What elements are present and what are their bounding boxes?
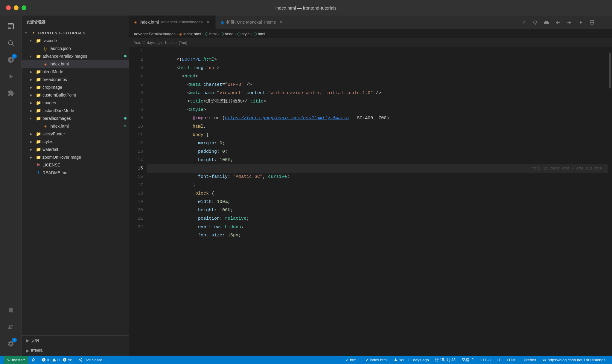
activity-remote[interactable] <box>3 319 19 335</box>
tab-monokai-label: 扩展: One Monokai Theme <box>226 20 276 25</box>
activity-bookmark[interactable] <box>3 302 19 318</box>
status-liveshare[interactable]: Live Share <box>75 356 105 364</box>
bc-head[interactable]: head <box>225 32 234 36</box>
code-line-7: <style> <box>147 97 608 106</box>
activity-source-control[interactable]: 1 <box>3 52 19 68</box>
toolbar-ir[interactable]: ir <box>519 17 529 27</box>
bc-root[interactable]: advanceParallaxImages <box>134 32 176 36</box>
tree-item-license[interactable]: ⚑ LICENSE <box>22 161 129 169</box>
parallax-arrow: ▾ <box>30 117 35 120</box>
toolbar-layout[interactable] <box>587 17 597 27</box>
code-line-22: font-size: 16px; <box>147 223 608 231</box>
tree-item-readme[interactable]: ℹ README.md <box>22 169 129 177</box>
instantdark-arrow: ▶ <box>30 109 35 113</box>
parallax-folder-icon: 📁 <box>35 116 41 121</box>
bc-html[interactable]: html <box>209 32 217 36</box>
tree-item-instantdark[interactable]: ▶ 📁 instantDarkMode <box>22 107 129 114</box>
activity-extensions[interactable] <box>3 85 19 101</box>
styles-label: styles <box>42 139 129 144</box>
toolbar-cloud[interactable] <box>541 17 552 27</box>
bc-html2[interactable]: html <box>258 32 265 36</box>
maximize-button[interactable] <box>22 5 26 10</box>
tree-item-parallax[interactable]: ▾ 📁 parallaxImages <box>22 114 129 122</box>
toolbar-more[interactable]: ··· <box>598 17 608 27</box>
license-icon: ⚑ <box>35 163 41 167</box>
index-file-icon: ◈ <box>42 62 48 66</box>
waterfall-folder-icon: 📁 <box>35 147 41 152</box>
bc-index[interactable]: index.html <box>183 32 201 36</box>
tree-item-breadcrumbs[interactable]: ▶ 📁 breadcrumbs <box>22 76 129 83</box>
tab-index-html[interactable]: ◈ index.html advanceParallaxImages × <box>129 16 216 29</box>
activity-settings[interactable]: 1 <box>3 336 19 351</box>
launch-label: launch.json <box>50 46 129 51</box>
minimize-button[interactable] <box>14 5 19 10</box>
status-git-info[interactable]: You, 11 days ago <box>391 356 432 364</box>
activity-run[interactable] <box>3 69 19 84</box>
status-eol[interactable]: LF <box>494 356 504 364</box>
tab-monokai[interactable]: ◉ 扩展: One Monokai Theme × <box>216 16 289 29</box>
tree-item-sticky[interactable]: ▶ 📁 stickyFooter <box>22 130 129 138</box>
tree-item-launch-json[interactable]: {} launch.json <box>22 45 129 52</box>
tree-item-vscode[interactable]: ▾ 📁 .vscode <box>22 37 129 45</box>
bc-style-icon: ⬡ <box>237 32 240 36</box>
bc-sep5: › <box>251 32 252 36</box>
bc-sep1: › <box>177 32 178 36</box>
window-controls[interactable] <box>6 5 26 10</box>
status-remote-url[interactable]: https://blog.csdn.net/TriDiamonds <box>539 356 608 364</box>
tree-item-cropimage[interactable]: ▶ 📁 cropImage <box>22 83 129 91</box>
tree-item-index-html[interactable]: ◈ index.html <box>22 60 129 68</box>
tab-monokai-close[interactable]: × <box>278 20 284 25</box>
outline-panel[interactable]: ▶ 大纲 <box>22 336 129 346</box>
status-check-html[interactable]: ✓ html | <box>343 356 363 364</box>
status-sync[interactable] <box>28 356 39 364</box>
images-arrow: ▶ <box>30 101 35 105</box>
tree-item-custombullet[interactable]: ▶ 📁 customBulletPoint <box>22 91 129 99</box>
status-encoding[interactable]: UTF-8 <box>477 356 494 364</box>
m-badge: M <box>124 124 127 128</box>
ln-12: 12 <box>129 139 143 148</box>
status-errors[interactable]: 0 0 56 <box>39 356 75 364</box>
tree-root[interactable]: ▾ ▪ FRONTEND-TUTORIALS <box>22 29 129 37</box>
ln-4: 4 <box>129 72 143 81</box>
editor-toolbar: ir ··· <box>515 16 612 29</box>
activity-search[interactable] <box>3 35 19 51</box>
close-button[interactable] <box>6 5 11 10</box>
code-line-11: margin: 0; <box>147 131 608 139</box>
code-line-16: } <box>147 173 608 181</box>
parallax-badge <box>124 117 127 120</box>
status-line-col[interactable]: 行 15, 列 43 <box>432 356 459 364</box>
timeline-panel[interactable]: ▶ 时间线 <box>22 346 129 356</box>
editor-content[interactable]: 1 2 3 4 5 6 7 8 9 10 11 12 13 14 15 16 1… <box>129 47 612 356</box>
ln-7: 7 <box>129 97 143 106</box>
status-branch[interactable]: master* <box>4 356 28 364</box>
tree-item-waterfall[interactable]: ▶ 📁 waterfall <box>22 146 129 153</box>
toolbar-sync[interactable] <box>530 17 540 27</box>
status-spaces[interactable]: 空格: 2 <box>459 356 476 364</box>
window-title: index.html — frontend-tutorials <box>275 5 337 10</box>
tree-item-parallax-index[interactable]: ◈ index.html M <box>22 122 129 130</box>
code-line-6: <title>进阶视差图片效果</ title> <box>147 89 608 97</box>
toolbar-run[interactable] <box>576 17 586 27</box>
tab-subtitle: advanceParallaxImages <box>161 20 203 24</box>
tree-item-styles[interactable]: ▶ 📁 styles <box>22 138 129 146</box>
activity-files[interactable] <box>3 19 19 34</box>
error-count: 0 <box>47 358 49 362</box>
bc-style[interactable]: style <box>242 32 250 36</box>
scroll-thumb[interactable] <box>609 53 611 88</box>
tree-item-zoom[interactable]: ▶ 📁 zoomOnHoverImage <box>22 153 129 161</box>
status-lang[interactable]: HTML <box>504 356 521 364</box>
tab-close-icon[interactable]: × <box>205 19 211 25</box>
code-editor[interactable]: <!DOCTYPE html> <html lang="en"> <head> … <box>147 47 608 356</box>
breadcrumb: advanceParallaxImages › ◈ index.html › ⬡… <box>129 29 612 39</box>
encoding-label: UTF-8 <box>480 358 491 362</box>
status-check-index[interactable]: ✓ index.html <box>363 356 391 364</box>
git-info-text: You, 11 days ago <box>399 358 429 362</box>
status-formatter[interactable]: Prettier <box>521 356 539 364</box>
tree-item-advanceparallax[interactable]: ▾ 📁 advanceParallaxImages <box>22 52 129 60</box>
toolbar-forward[interactable] <box>564 17 574 27</box>
tree-item-blendmode[interactable]: ▶ 📁 blendMode <box>22 68 129 76</box>
tree-item-images[interactable]: ▶ 📁 images <box>22 99 129 107</box>
code-line-21: overflow: hidden; <box>147 215 608 223</box>
editor-scrollbar[interactable] <box>608 47 612 356</box>
toolbar-back[interactable] <box>553 17 563 27</box>
